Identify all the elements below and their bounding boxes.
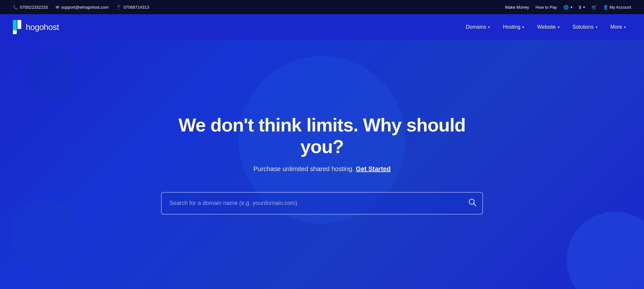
make-money-label: Make Money — [505, 5, 529, 10]
phone2-link[interactable]: 📱 07068714313 — [116, 5, 149, 10]
whatsapp-icon: 📱 — [116, 5, 121, 10]
hero-section: We don't think limits. Why should you? P… — [0, 40, 644, 289]
nav-domains-label: Domains — [466, 24, 486, 30]
nav-website[interactable]: Website ▾ — [532, 22, 565, 33]
nav-hosting-label: Hosting — [503, 24, 520, 30]
get-started-link[interactable]: Get Started — [356, 165, 391, 172]
topbar: 📞 070022332233 ✉ support@whogohost.com 📱… — [0, 0, 644, 14]
email-icon: ✉ — [56, 5, 59, 10]
chevron-down-icon: ▾ — [571, 5, 573, 9]
topbar-contacts: 📞 070022332233 ✉ support@whogohost.com 📱… — [13, 5, 149, 10]
nav-website-label: Website — [537, 24, 556, 30]
decorative-circle-left — [10, 199, 80, 270]
chevron-solutions-icon: ▾ — [596, 25, 598, 29]
logo-text: hogohost — [26, 22, 59, 32]
get-started-label: Get Started — [356, 165, 391, 172]
language-selector[interactable]: 🌐 ▾ — [564, 5, 573, 10]
make-money-link[interactable]: Make Money — [505, 5, 529, 10]
domain-search-container — [161, 192, 483, 215]
my-account-label: My Account — [610, 5, 631, 10]
svg-rect-2 — [13, 30, 17, 34]
chevron-down-icon2: ▾ — [583, 5, 585, 9]
nav-solutions-label: Solutions — [573, 24, 594, 30]
chevron-hosting-icon: ▾ — [522, 25, 524, 29]
domain-search-input[interactable] — [161, 192, 483, 215]
user-icon: 👤 — [603, 5, 608, 10]
my-account-link[interactable]: 👤 My Account — [603, 5, 631, 10]
how-to-pay-label: How to Pay — [535, 5, 557, 10]
nav-hosting[interactable]: Hosting ▾ — [498, 22, 529, 33]
navbar: hogohost Domains ▾ Hosting ▾ Website ▾ S… — [0, 14, 644, 40]
search-icon — [468, 198, 477, 208]
cart-icon: 🛒 — [592, 5, 597, 10]
nav-more[interactable]: More ▾ — [605, 22, 631, 33]
cart-link[interactable]: 🛒 — [592, 5, 597, 10]
hero-title: We don't think limits. Why should you? — [161, 114, 483, 157]
decorative-circle-topleft — [26, 50, 77, 101]
globe-icon: 🌐 — [564, 5, 569, 10]
logo[interactable]: hogohost — [13, 20, 59, 34]
svg-rect-1 — [17, 20, 21, 29]
email-text: support@whogohost.com — [61, 5, 109, 10]
nav-more-label: More — [611, 24, 622, 30]
topbar-right: Make Money How to Pay 🌐 ▾ $ ▾ 🛒 👤 My Acc… — [505, 5, 631, 10]
phone1-link[interactable]: 📞 070022332233 — [13, 5, 48, 10]
currency-label: $ — [579, 5, 581, 10]
how-to-pay-link[interactable]: How to Pay — [535, 5, 557, 10]
hero-subtitle-text: Purchase unlimited shared hosting. — [253, 165, 354, 172]
search-button[interactable] — [468, 198, 477, 208]
chevron-more-icon: ▾ — [624, 25, 626, 29]
svg-line-4 — [474, 204, 476, 206]
hero-content: We don't think limits. Why should you? P… — [161, 114, 483, 214]
currency-selector[interactable]: $ ▾ — [579, 5, 585, 10]
phone1-text: 070022332233 — [20, 5, 48, 10]
logo-icon — [13, 20, 24, 34]
hero-subtitle: Purchase unlimited shared hosting. Get S… — [161, 165, 483, 173]
chevron-website-icon: ▾ — [558, 25, 560, 29]
chevron-domains-icon: ▾ — [488, 25, 490, 29]
nav-links: Domains ▾ Hosting ▾ Website ▾ Solutions … — [461, 22, 631, 33]
nav-domains[interactable]: Domains ▾ — [461, 22, 495, 33]
nav-solutions[interactable]: Solutions ▾ — [567, 22, 603, 33]
email-link[interactable]: ✉ support@whogohost.com — [56, 5, 109, 10]
phone2-text: 07068714313 — [123, 5, 149, 10]
phone-icon: 📞 — [13, 5, 18, 10]
